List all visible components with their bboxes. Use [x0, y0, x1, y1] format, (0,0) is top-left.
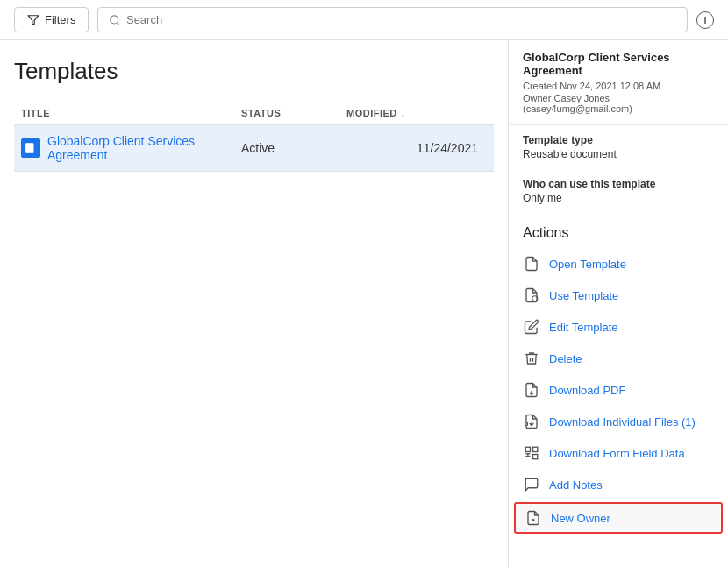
- svg-rect-14: [533, 455, 538, 459]
- filter-icon: [27, 14, 39, 26]
- open-template-icon: [523, 255, 540, 273]
- delete-label: Delete: [549, 352, 582, 365]
- actions-section: Actions Open TemplateUse TemplateEdit Te…: [509, 213, 728, 534]
- doc-icon: [21, 138, 40, 158]
- download-form-label: Download Form Field Data: [549, 447, 685, 460]
- table-header: TITLE STATUS MODIFIED ↓: [14, 103, 494, 125]
- svg-line-8: [537, 301, 538, 301]
- col-title: TITLE: [21, 108, 241, 118]
- filter-button[interactable]: Filters: [14, 7, 89, 32]
- action-open-template[interactable]: Open Template: [509, 248, 728, 280]
- rp-who-label: Who can use this template: [523, 178, 714, 190]
- info-icon[interactable]: i: [696, 11, 714, 29]
- rp-template-type-value: Reusable document: [523, 148, 714, 160]
- rp-title: GlobalCorp Client Services Agreement: [523, 51, 714, 77]
- left-panel: Templates TITLE STATUS MODIFIED ↓: [0, 40, 509, 567]
- action-use-template[interactable]: Use Template: [509, 280, 728, 311]
- main-content: Templates TITLE STATUS MODIFIED ↓: [0, 40, 728, 567]
- download-individual-label: Download Individual Files (1): [549, 415, 696, 429]
- rp-who-value: Only me: [523, 192, 714, 204]
- new-owner-label: New Owner: [551, 512, 610, 525]
- col-modified: MODIFIED ↓: [346, 108, 487, 118]
- right-panel: GlobalCorp Client Services Agreement Cre…: [509, 40, 728, 567]
- action-add-notes[interactable]: Add Notes: [509, 469, 728, 500]
- svg-marker-0: [28, 15, 39, 25]
- edit-template-label: Edit Template: [549, 321, 618, 334]
- download-pdf-icon: [523, 381, 540, 399]
- right-panel-header: GlobalCorp Client Services Agreement Cre…: [509, 40, 728, 125]
- add-notes-icon: [523, 476, 540, 493]
- row-title-cell: GlobalCorp Client Services Agreement: [21, 134, 241, 162]
- rp-created: Created Nov 24, 2021 12:08 AM: [523, 81, 714, 91]
- row-status: Active: [241, 141, 346, 155]
- download-form-icon: [523, 444, 540, 462]
- col-status: STATUS: [241, 108, 346, 118]
- top-bar: Filters i: [0, 0, 728, 40]
- actions-list: Open TemplateUse TemplateEdit TemplateDe…: [509, 248, 728, 534]
- edit-template-icon: [523, 318, 540, 336]
- rp-owner: Owner Casey Jones (casey4umg@gmail.com): [523, 93, 714, 114]
- new-owner-icon: [525, 509, 542, 527]
- svg-point-1: [111, 15, 118, 23]
- action-delete[interactable]: Delete: [509, 343, 728, 374]
- table-row[interactable]: GlobalCorp Client Services Agreement Act…: [14, 125, 494, 172]
- row-date: 11/24/2021: [346, 141, 487, 155]
- search-icon: [109, 14, 121, 26]
- rp-template-type-label: Template type: [523, 134, 714, 146]
- action-download-individual[interactable]: Download Individual Files (1): [509, 406, 728, 437]
- svg-line-2: [118, 22, 119, 24]
- rp-who-section: Who can use this template Only me: [509, 169, 728, 213]
- row-title: GlobalCorp Client Services Agreement: [47, 134, 241, 162]
- svg-rect-13: [533, 447, 538, 451]
- add-notes-label: Add Notes: [549, 478, 603, 492]
- download-pdf-label: Download PDF: [549, 384, 625, 397]
- download-individual-icon: [523, 413, 540, 430]
- action-new-owner[interactable]: New Owner: [514, 502, 723, 534]
- sort-arrow-icon: ↓: [401, 109, 406, 118]
- search-input[interactable]: [126, 13, 676, 26]
- action-download-form[interactable]: Download Form Field Data: [509, 437, 728, 469]
- use-template-label: Use Template: [549, 289, 618, 302]
- search-box: [97, 7, 688, 32]
- action-download-pdf[interactable]: Download PDF: [509, 374, 728, 406]
- rp-template-type-section: Template type Reusable document: [509, 125, 728, 169]
- delete-icon: [523, 350, 540, 367]
- filter-label: Filters: [45, 13, 75, 26]
- svg-rect-12: [525, 447, 530, 451]
- use-template-icon: [523, 287, 540, 304]
- open-template-label: Open Template: [549, 258, 626, 271]
- action-edit-template[interactable]: Edit Template: [509, 311, 728, 343]
- page-title: Templates: [14, 58, 494, 85]
- actions-label: Actions: [509, 222, 728, 248]
